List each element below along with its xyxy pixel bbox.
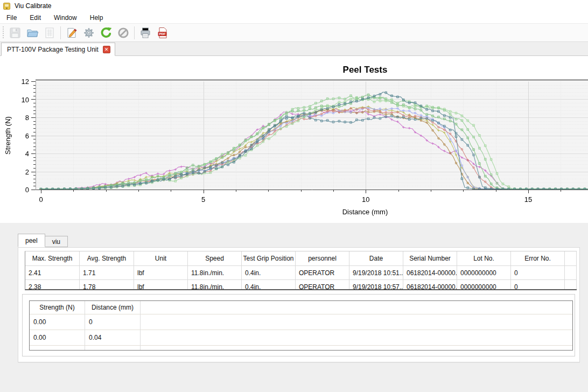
results-header-cell[interactable]: Date	[349, 251, 403, 266]
tab-viu[interactable]: viu	[45, 236, 68, 247]
detail-cell[interactable]: 0.00	[30, 314, 85, 330]
results-cell[interactable]: 2.38	[25, 280, 80, 290]
results-cell[interactable]: OPERATOR	[296, 266, 349, 280]
results-cell-filler	[565, 266, 577, 280]
print-button[interactable]	[137, 25, 154, 40]
menu-window[interactable]: Window	[48, 13, 82, 23]
chart-panel: Peel Tests Strength (N) Distance (mm) 05…	[0, 56, 588, 223]
detail-subpanel: Strength (N)Distance (mm) 0.0000.000.04	[22, 294, 575, 356]
results-cell[interactable]: 0	[511, 280, 565, 290]
results-cell[interactable]: lbf	[134, 266, 188, 280]
x-axis-title: Distance (mm)	[284, 208, 446, 216]
x-tick-label: 10	[362, 195, 369, 204]
results-header-filler	[565, 251, 577, 266]
detail-header-cell[interactable]: Distance (mm)	[85, 301, 141, 314]
results-row[interactable]: 2.411.71lbf11.8in./min.0.4in.OPERATOR9/1…	[25, 266, 577, 280]
settings-button[interactable]	[80, 25, 97, 40]
app-icon	[3, 2, 11, 10]
window-title: Viu Calibrate	[15, 2, 51, 10]
detail-cell	[30, 346, 85, 351]
results-header-cell[interactable]: Serial Number	[403, 251, 457, 266]
results-header-cell[interactable]: personnel	[296, 251, 349, 266]
results-cell[interactable]: 2.41	[25, 266, 80, 280]
detail-cell[interactable]: 0	[85, 314, 141, 330]
y-tick-label: 8	[15, 114, 29, 122]
detail-table-header: Strength (N)Distance (mm)	[30, 301, 572, 314]
results-cell-filler	[565, 280, 577, 290]
menu-bar: File Edit Window Help	[0, 12, 588, 24]
chart-title: Peel Tests	[257, 65, 473, 75]
results-cell[interactable]: 06182014-00000...	[403, 266, 457, 280]
detail-row-clipped	[30, 346, 572, 351]
gear-icon	[82, 26, 95, 39]
menu-edit[interactable]: Edit	[24, 13, 46, 23]
results-table-header: Max. StrengthAvg. StrengthUnitSpeedTest …	[25, 251, 577, 266]
block-icon	[117, 26, 130, 39]
y-tick-label: 2	[15, 167, 29, 176]
results-header-cell[interactable]: Speed	[188, 251, 242, 266]
toolbar-separator	[60, 26, 61, 39]
results-table-body: 2.411.71lbf11.8in./min.0.4in.OPERATOR9/1…	[25, 266, 577, 290]
results-cell[interactable]: 1.78	[80, 280, 134, 290]
detail-header-filler	[141, 301, 572, 314]
plot-canvas[interactable]	[0, 56, 588, 223]
detail-row[interactable]: 0.000.04	[30, 330, 572, 346]
y-axis-title: Strength (N)	[4, 87, 12, 184]
results-header-cell[interactable]: Lot No.	[457, 251, 511, 266]
stop-button[interactable]	[115, 25, 132, 40]
pdf-export-icon: PDF	[156, 26, 169, 39]
y-tick-label: 4	[15, 150, 29, 158]
tab-label: PTT-100V Package Testing Unit	[7, 46, 99, 53]
refresh-icon	[99, 26, 113, 40]
results-cell[interactable]: OPERATOR	[296, 280, 349, 290]
detail-cell[interactable]: 0.00	[30, 330, 85, 346]
title-bar: Viu Calibrate	[0, 0, 588, 12]
menu-file[interactable]: File	[1, 13, 22, 23]
tab-ptt-100v[interactable]: PTT-100V Package Testing Unit ✕	[1, 43, 115, 56]
document-tab-bar: PTT-100V Package Testing Unit ✕	[0, 42, 588, 56]
results-header-cell[interactable]: Error No.	[511, 251, 565, 266]
results-cell[interactable]: 06182014-00000...	[403, 280, 457, 290]
results-cell[interactable]: 0000000000	[457, 266, 511, 280]
results-header-cell[interactable]: Test Grip Position	[242, 251, 296, 266]
export-pdf-button[interactable]: PDF	[154, 25, 171, 40]
results-cell[interactable]: 11.8in./min.	[188, 266, 242, 280]
results-cell[interactable]: 9/19/2018 10:51...	[349, 266, 403, 280]
results-header-cell[interactable]: Unit	[134, 251, 188, 266]
detail-cell	[85, 346, 141, 351]
report-button[interactable]	[41, 25, 58, 40]
svg-text:PDF: PDF	[159, 32, 166, 36]
results-cell[interactable]: 1.71	[80, 266, 134, 280]
save-button[interactable]	[6, 25, 24, 40]
result-tabstrip: peel viu	[18, 234, 68, 247]
results-header-cell[interactable]: Avg. Strength	[80, 251, 134, 266]
tab-close-icon[interactable]: ✕	[103, 46, 110, 53]
detail-row[interactable]: 0.000	[30, 314, 572, 330]
y-tick-label: 6	[15, 131, 29, 139]
detail-header-cell[interactable]: Strength (N)	[30, 301, 85, 314]
detail-table-body: 0.0000.000.04	[30, 314, 572, 351]
refresh-button[interactable]	[97, 25, 115, 40]
y-tick-label: 10	[15, 95, 29, 103]
x-tick-label: 15	[524, 195, 532, 204]
x-tick-label: 5	[201, 195, 205, 204]
toolbar-grip[interactable]	[2, 26, 5, 39]
results-cell[interactable]: lbf	[134, 280, 188, 290]
results-cell[interactable]: 9/19/2018 10:57...	[349, 280, 403, 290]
detail-cell-filler	[141, 330, 572, 346]
results-row[interactable]: 2.381.78lbf11.8in./min.0.4in.OPERATOR9/1…	[25, 280, 577, 290]
results-cell[interactable]: 0.4in.	[242, 266, 296, 280]
results-cell[interactable]: 0000000000	[457, 280, 511, 290]
tab-peel[interactable]: peel	[18, 234, 45, 247]
menu-help[interactable]: Help	[85, 13, 109, 23]
results-cell[interactable]: 0	[511, 266, 565, 280]
results-cell[interactable]: 0.4in.	[242, 280, 296, 290]
open-button[interactable]	[24, 25, 41, 40]
results-cell[interactable]: 11.8in./min.	[188, 280, 242, 290]
peel-panel: Max. StrengthAvg. StrengthUnitSpeedTest …	[18, 247, 580, 362]
edit-button[interactable]	[63, 25, 80, 40]
detail-cell[interactable]: 0.04	[85, 330, 141, 346]
results-header-cell[interactable]: Max. Strength	[25, 251, 80, 266]
detail-cell-filler	[141, 314, 572, 330]
results-table: Max. StrengthAvg. StrengthUnitSpeedTest …	[25, 251, 577, 290]
